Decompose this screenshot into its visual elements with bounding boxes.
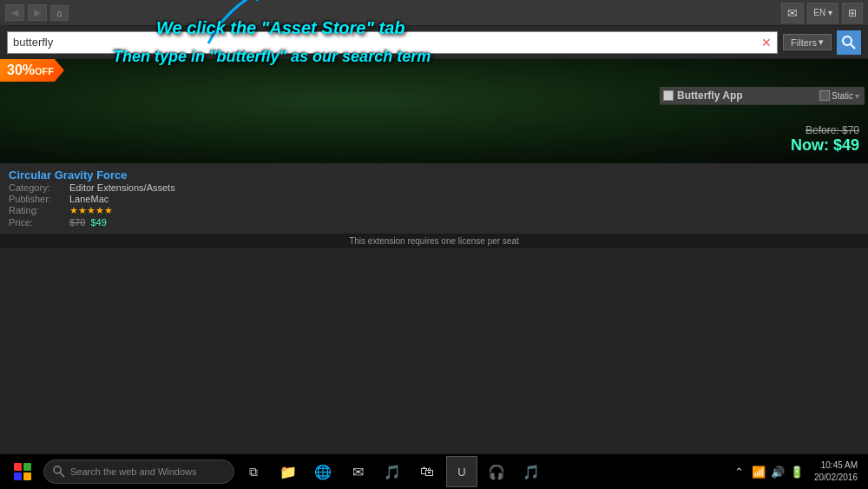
static-checkbox[interactable]	[819, 90, 830, 101]
store-icon[interactable]: 🛍	[411, 456, 443, 487]
headphones-icon[interactable]: 🎧	[481, 456, 512, 487]
spotify-icon[interactable]: 🎵	[516, 456, 547, 487]
taskbar-search[interactable]: Search the web and Windows	[43, 459, 234, 484]
search-clear-button[interactable]: ✕	[761, 36, 772, 50]
asset-store-nav: ◀ ▶ ⌂ ✉ EN ▾ ⊞	[0, 0, 868, 26]
publisher-label: Publisher:	[9, 194, 69, 204]
chrome-icon[interactable]: 🌐	[307, 456, 339, 487]
taskbar-right: ⌃ 📶 🔊 🔋 10:45 AM 20/02/2016	[731, 459, 863, 484]
asset-rating-row: Rating: ★★★★★	[9, 205, 859, 216]
search-input-wrap[interactable]: ✕	[7, 31, 778, 54]
taskbar: Search the web and Windows ⧉ 📁 🌐 ✉ 🎵 🛍 U…	[0, 454, 868, 489]
price-before: Before: $70	[791, 124, 859, 136]
tray-battery-icon[interactable]: 🔋	[788, 463, 806, 480]
static-arrow-icon: ▾	[855, 91, 859, 101]
taskview-button[interactable]: ⧉	[238, 456, 269, 487]
filters-button[interactable]: Filters ▾	[783, 34, 832, 50]
search-go-button[interactable]	[837, 30, 861, 55]
center-panel: Scene Game Asset Store ◀ ▶ ⌂ ✉ EN ▾ ⊞	[182, 66, 655, 468]
price-label: Price:	[9, 217, 69, 228]
nav-back-button[interactable]: ◀	[5, 4, 24, 21]
main-area: 🔒 Hierarchy Create ▾ MetaWorld Main Came…	[0, 66, 868, 468]
price-now-small: $49	[90, 217, 106, 228]
explorer-icon[interactable]: 📁	[273, 456, 304, 487]
media-player-icon[interactable]: 🎵	[377, 456, 408, 487]
windows-logo-icon	[14, 463, 31, 480]
asset-price-row: Price: $70 $49	[9, 217, 859, 228]
price-current: Now: $49	[791, 136, 859, 155]
unity-icon[interactable]: U	[446, 456, 477, 487]
tray-volume-icon[interactable]: 🔊	[769, 463, 786, 480]
object-name: Butterfly App	[677, 89, 743, 102]
discount-badge: 30%OFF	[0, 59, 64, 82]
price-area: Before: $70 Now: $49	[791, 124, 859, 155]
nav-home-button[interactable]: ⌂	[50, 5, 69, 21]
mail-taskbar-icon[interactable]: ✉	[342, 456, 373, 487]
publisher-value: LaneMac	[69, 194, 108, 204]
svg-point-2	[54, 466, 61, 473]
language-button[interactable]: EN ▾	[807, 3, 838, 23]
time: 10:45 AM	[814, 459, 858, 472]
rating-value: ★★★★★	[69, 205, 113, 216]
svg-line-3	[60, 472, 64, 477]
asset-title: Circular Gravity Force	[9, 169, 859, 182]
asset-publisher-row: Publisher: LaneMac	[9, 194, 859, 204]
taskbar-search-placeholder: Search the web and Windows	[70, 466, 197, 477]
object-enabled-checkbox[interactable]	[663, 90, 674, 101]
filters-chevron-icon: ▾	[819, 36, 824, 48]
price-value: $70 $49	[69, 217, 107, 228]
object-header: Butterfly App Static ▾	[660, 87, 865, 105]
static-label: Static	[832, 91, 853, 101]
tray-up-arrow[interactable]: ⌃	[731, 463, 748, 480]
svg-line-1	[851, 44, 855, 49]
svg-point-0	[843, 36, 852, 45]
category-label: Category:	[9, 182, 69, 193]
static-badge: Static ▾	[819, 90, 859, 101]
asset-card-info: Circular Gravity Force Category: Editor …	[0, 163, 868, 234]
asset-card: 30%OFF Before: $70 Now: $49 Circular Gra…	[0, 59, 868, 489]
rating-label: Rating:	[9, 205, 69, 216]
search-input[interactable]	[13, 36, 761, 49]
date: 20/02/2016	[814, 472, 858, 484]
start-button[interactable]	[5, 456, 40, 487]
grid-button[interactable]: ⊞	[842, 3, 863, 23]
price-before-small: $70	[69, 217, 85, 228]
category-value: Editor Extensions/Assets	[69, 182, 175, 193]
asset-store-panel: ◀ ▶ ⌂ ✉ EN ▾ ⊞ ✕ Filters ▾	[0, 0, 868, 489]
nav-forward-button[interactable]: ▶	[28, 4, 47, 21]
search-bar: ✕ Filters ▾	[0, 26, 868, 59]
search-taskbar-icon	[53, 466, 65, 478]
clock[interactable]: 10:45 AM 20/02/2016	[809, 459, 863, 484]
tray-network-icon[interactable]: 📶	[750, 463, 767, 480]
asset-notice: This extension requires one license per …	[0, 234, 868, 248]
search-icon	[842, 36, 856, 50]
discount-off: OFF	[35, 66, 54, 76]
tray-icons: ⌃ 📶 🔊 🔋	[731, 463, 806, 480]
mail-button[interactable]: ✉	[781, 3, 804, 23]
asset-card-image: 30%OFF Before: $70 Now: $49	[0, 59, 868, 163]
asset-category-row: Category: Editor Extensions/Assets	[9, 182, 859, 193]
discount-value: 30%	[7, 63, 35, 77]
